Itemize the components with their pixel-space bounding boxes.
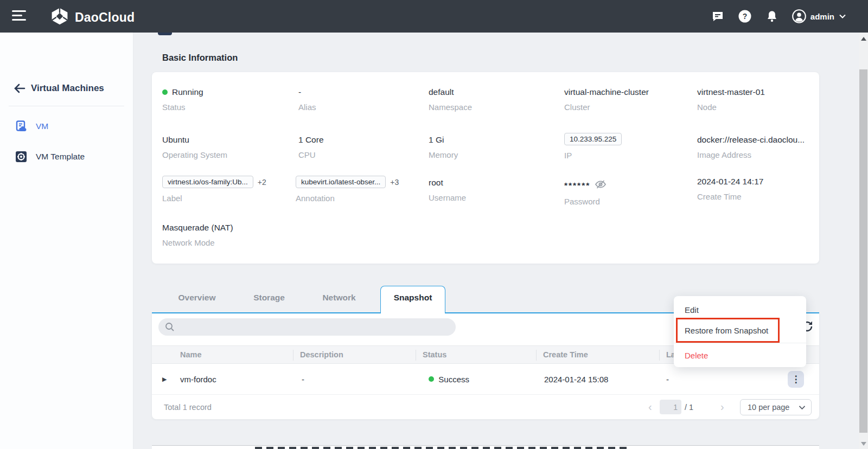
- search-input[interactable]: [158, 318, 456, 336]
- cell-last: -: [666, 364, 669, 394]
- pagination-total-pages: / 1: [685, 403, 693, 412]
- vm-icon: [15, 120, 27, 132]
- tab-overview[interactable]: Overview: [178, 293, 216, 303]
- column-header-status[interactable]: Status: [423, 346, 446, 363]
- clipped-text-fragment: [255, 447, 629, 449]
- svg-text:?: ?: [743, 12, 748, 21]
- field-node: virtnest-master-01 Node: [697, 87, 765, 112]
- brand: DaoCloud: [50, 7, 135, 28]
- sidebar-title: Virtual Machines: [31, 83, 104, 94]
- pagination-next-button[interactable]: ›: [720, 401, 724, 413]
- field-os: Ubuntu Operating System: [162, 135, 227, 159]
- brand-name: DaoCloud: [75, 10, 135, 25]
- sidebar-item-vm-template[interactable]: VM Template: [0, 145, 133, 169]
- sidebar-item-label: VM Template: [36, 152, 85, 162]
- menu-item-edit[interactable]: Edit: [674, 299, 806, 320]
- messages-icon[interactable]: [711, 9, 725, 23]
- tab-snapshot[interactable]: Snapshot: [394, 293, 432, 303]
- status-dot-running: [162, 89, 168, 95]
- notifications-bell-icon[interactable]: [765, 9, 779, 23]
- hamburger-menu-icon[interactable]: [12, 10, 27, 22]
- field-image-address: docker://release-ci.daoclou... Image Add…: [697, 135, 805, 159]
- page-size-select[interactable]: 10 per page: [740, 399, 812, 415]
- vertical-scrollbar[interactable]: [859, 33, 868, 449]
- field-label: virtnest.io/os-family:Ub...+2 Label: [162, 176, 266, 203]
- column-header-description[interactable]: Description: [300, 346, 343, 363]
- scroll-up-arrow-icon[interactable]: [861, 37, 866, 41]
- column-header-name[interactable]: Name: [180, 346, 202, 363]
- cell-name: vm-fordoc: [180, 364, 216, 394]
- column-separator: [293, 350, 293, 361]
- field-value: Running: [172, 87, 203, 97]
- cell-description: -: [302, 364, 304, 394]
- back-arrow-icon[interactable]: [13, 82, 26, 95]
- sidebar-item-label: VM: [36, 121, 48, 131]
- annotation-chip[interactable]: kubevirt.io/latest-obser...: [296, 176, 386, 188]
- basic-info-card: Running Status - Alias default Namespace…: [152, 72, 819, 264]
- column-separator: [659, 350, 660, 361]
- section-title: Basic Information: [162, 53, 238, 63]
- field-memory: 1 Gi Memory: [429, 135, 458, 159]
- field-cluster: virtual-machine-cluster Cluster: [564, 87, 649, 112]
- pagination-prev-button[interactable]: ‹: [648, 401, 652, 413]
- column-separator: [536, 350, 537, 361]
- row-actions-kebab-button[interactable]: ⋮: [788, 371, 804, 388]
- field-namespace: default Namespace: [429, 87, 472, 112]
- total-records-label: Total 1 record: [164, 403, 212, 412]
- user-menu[interactable]: admin: [792, 9, 846, 23]
- label-more-count[interactable]: +2: [258, 178, 266, 187]
- scroll-down-arrow-icon[interactable]: [861, 442, 866, 446]
- table-row[interactable]: ▶ vm-fordoc - Success 2024-01-24 15:08 -…: [152, 364, 819, 395]
- tab-network[interactable]: Network: [322, 293, 355, 303]
- field-create-time: 2024-01-24 14:17 Create Time: [697, 177, 763, 201]
- field-password: ****** Password: [564, 179, 607, 206]
- clipped-page-title-icon: [158, 33, 172, 35]
- status-dot-success: [429, 376, 434, 382]
- tab-storage[interactable]: Storage: [253, 293, 285, 303]
- scrollbar-thumb[interactable]: [859, 69, 867, 433]
- row-actions-menu: Edit Restore from Snapshot Delete: [674, 296, 806, 367]
- field-alias: - Alias: [298, 87, 316, 112]
- row-expand-icon[interactable]: ▶: [162, 364, 167, 394]
- menu-item-delete[interactable]: Delete: [674, 345, 806, 365]
- vm-template-icon: [15, 151, 27, 163]
- table-footer: Total 1 record ‹ 1 / 1 › 10 per page: [152, 395, 819, 419]
- clipped-next-section: [152, 445, 819, 449]
- field-network-mode: Masquerade (NAT) Network Mode: [162, 223, 233, 247]
- topbar: DaoCloud ? admin: [0, 0, 868, 33]
- screen: DaoCloud ? admin: [0, 0, 868, 449]
- ip-chip[interactable]: 10.233.95.225: [564, 133, 622, 145]
- daocloud-logo-icon: [50, 7, 69, 28]
- annotation-more-count[interactable]: +3: [390, 178, 399, 187]
- sidebar: Virtual Machines VM VM Template: [0, 33, 133, 449]
- topbar-actions: ? admin: [711, 0, 846, 33]
- label-chip[interactable]: virtnest.io/os-family:Ub...: [162, 176, 253, 188]
- username-label: admin: [810, 12, 834, 21]
- search-icon: [165, 322, 175, 332]
- select-chevron-icon: [799, 405, 806, 410]
- field-label: Status: [162, 102, 203, 112]
- field-username: root Username: [429, 178, 466, 202]
- cell-create-time: 2024-01-24 15:08: [544, 364, 608, 394]
- field-cpu: 1 Core CPU: [298, 135, 324, 159]
- eye-off-icon[interactable]: [595, 179, 607, 191]
- column-header-create-time[interactable]: Create Time: [543, 346, 588, 363]
- cell-status: Success: [429, 364, 469, 394]
- sidebar-divider: [9, 106, 124, 106]
- menu-separator: [674, 343, 806, 343]
- page-size-value: 10 per page: [748, 403, 789, 412]
- help-icon[interactable]: ?: [738, 9, 752, 23]
- sidebar-item-vm[interactable]: VM: [0, 114, 133, 138]
- field-annotation: kubevirt.io/latest-obser...+3 Annotation: [296, 176, 399, 203]
- avatar-icon: [792, 9, 806, 23]
- field-status: Running Status: [162, 87, 203, 112]
- menu-item-restore-from-snapshot[interactable]: Restore from Snapshot: [674, 320, 806, 341]
- chevron-down-icon: [839, 14, 846, 19]
- column-separator: [416, 350, 416, 361]
- sidebar-header: Virtual Machines: [0, 77, 133, 100]
- field-ip: 10.233.95.225 IP: [564, 133, 622, 160]
- pagination-page-input[interactable]: 1: [660, 400, 681, 414]
